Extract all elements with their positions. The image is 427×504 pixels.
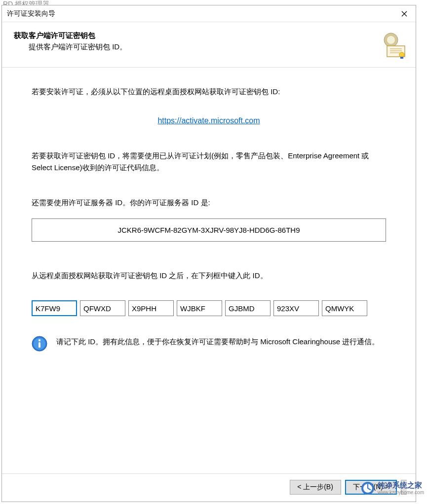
header-title: 获取客户端许可证密钥包 [14,31,404,40]
key-input-6[interactable] [273,300,319,316]
wizard-footer: < 上一步(B) 下一页(N) > [2,473,416,502]
titlebar: 许可证安装向导 [2,5,416,22]
watermark-title: 纯净系统之家 [378,481,424,490]
key-input-5[interactable] [225,300,271,316]
svg-point-3 [387,36,395,44]
wizard-dialog: 许可证安装向导 获取客户端许可证密钥包 提供客户端许可证密钥包 ID。 若要安装… [1,5,416,502]
watermark-icon [361,481,375,495]
instruction-website: 若要安装许可证，必须从以下位置的远程桌面授权网站获取许可证密钥包 ID: [32,87,386,97]
key-input-3[interactable] [128,300,174,316]
key-input-row [32,300,386,316]
key-input-2[interactable] [80,300,125,316]
svg-point-8 [399,52,404,57]
activation-link[interactable]: https://activate.microsoft.com [157,116,260,125]
close-icon [401,11,407,17]
info-row: 请记下此 ID。拥有此信息，便于你在恢复许可证需要帮助时与 Microsoft … [32,336,386,352]
svg-point-11 [39,339,40,341]
key-input-7[interactable] [322,300,367,316]
certificate-icon [380,31,408,59]
wizard-content: 若要安装许可证，必须从以下位置的远程桌面授权网站获取许可证密钥包 ID: htt… [2,68,416,473]
activation-link-row: https://activate.microsoft.com [32,116,386,125]
info-text: 请记下此 ID。拥有此信息，便于你在恢复许可证需要帮助时与 Microsoft … [56,336,386,348]
instruction-license-code: 若要获取许可证密钥包 ID，将需要使用已从许可证计划(例如，零售产品包装、Ent… [32,150,386,174]
server-id-display: JCKR6-9WCFM-82GYM-3XJRV-98YJ8-HDD6G-86TH… [32,218,386,242]
key-input-4[interactable] [177,300,222,316]
key-input-1[interactable] [32,300,77,316]
header-subtitle: 提供客户端许可证密钥包 ID。 [29,42,404,52]
close-button[interactable] [393,6,416,22]
instruction-enter-id: 从远程桌面授权网站获取许可证密钥包 ID 之后，在下列框中键入此 ID。 [32,271,386,281]
dialog-title: 许可证安装向导 [7,9,55,18]
watermark: 纯净系统之家 www.kzmyhome.com [361,481,424,495]
svg-rect-12 [39,342,40,348]
info-icon [32,336,47,352]
back-button[interactable]: < 上一步(B) [290,480,341,495]
wizard-header: 获取客户端许可证密钥包 提供客户端许可证密钥包 ID。 [2,22,416,68]
watermark-url: www.kzmyhome.com [378,490,424,495]
instruction-server-id: 还需要使用许可证服务器 ID。你的许可证服务器 ID 是: [32,198,386,208]
